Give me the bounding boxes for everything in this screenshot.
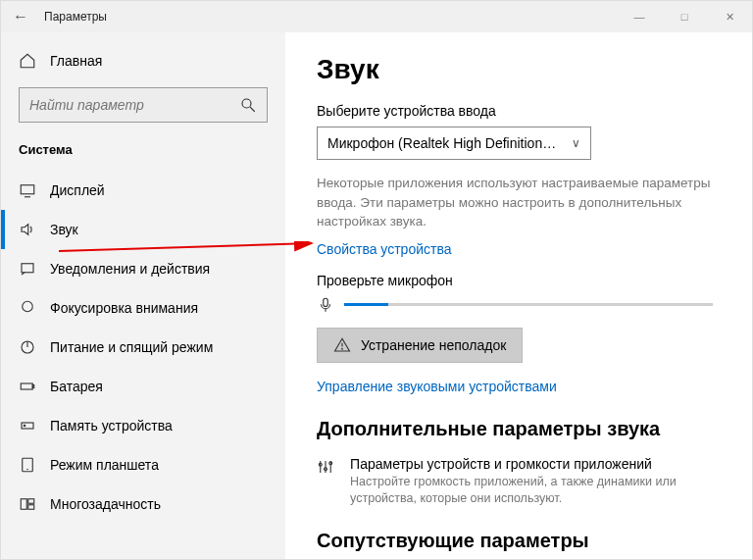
minimize-button[interactable]: — — [617, 1, 662, 32]
test-mic-label: Проверьте микрофон — [317, 273, 713, 288]
svg-point-0 — [242, 99, 251, 108]
input-device-selected: Микрофон (Realtek High Definition… — [327, 135, 556, 151]
chevron-down-icon: ∨ — [572, 136, 580, 150]
sidebar-item-tablet-mode[interactable]: Режим планшета — [1, 445, 285, 484]
battery-icon — [19, 378, 36, 395]
advanced-heading: Дополнительные параметры звука — [317, 418, 713, 440]
app-volume-desc: Настройте громкость приложений, а также … — [350, 474, 713, 507]
notifications-icon — [19, 260, 36, 278]
svg-rect-2 — [21, 185, 34, 194]
titlebar: ← Параметры — □ ✕ — [1, 1, 752, 32]
device-properties-link[interactable]: Свойства устройства — [317, 241, 713, 257]
app-volume-title: Параметры устройств и громкости приложен… — [350, 456, 713, 472]
back-button[interactable]: ← — [1, 8, 40, 25]
sidebar-item-focus-assist[interactable]: Фокусировка внимания — [1, 288, 285, 328]
sound-icon — [19, 221, 36, 238]
sidebar-item-sound[interactable]: Звук — [1, 210, 285, 249]
sidebar-item-display[interactable]: Дисплей — [1, 171, 285, 210]
related-heading: Сопутствующие параметры — [317, 530, 713, 552]
sidebar-item-label: Батарея — [50, 379, 103, 394]
window-title: Параметры — [40, 10, 617, 24]
sidebar-item-storage[interactable]: Память устройства — [1, 406, 285, 445]
sidebar-item-label: Уведомления и действия — [50, 261, 210, 277]
search-input[interactable] — [29, 97, 239, 113]
troubleshoot-button[interactable]: Устранение неполадок — [317, 328, 523, 363]
svg-rect-7 — [21, 383, 32, 389]
sidebar: Главная Система Дисплей Звук Уведомления… — [1, 32, 285, 559]
search-box[interactable] — [19, 87, 268, 123]
svg-point-19 — [342, 348, 343, 349]
sidebar-item-label: Питание и спящий режим — [50, 339, 213, 355]
input-help-text: Некоторые приложения используют настраив… — [317, 174, 713, 231]
sidebar-item-notifications[interactable]: Уведомления и действия — [1, 249, 285, 288]
svg-rect-14 — [28, 499, 34, 504]
sidebar-item-label: Дисплей — [50, 182, 105, 198]
input-device-label: Выберите устройства ввода — [317, 103, 713, 119]
sidebar-home-label: Главная — [50, 53, 102, 69]
sidebar-item-label: Режим планшета — [50, 457, 159, 473]
content: Звук Выберите устройства ввода Микрофон … — [285, 32, 752, 559]
sidebar-item-label: Звук — [50, 222, 78, 237]
sidebar-group-title: Система — [1, 138, 285, 171]
svg-rect-15 — [28, 505, 34, 510]
sidebar-item-label: Фокусировка внимания — [50, 300, 198, 316]
sidebar-item-label: Многозадачность — [50, 496, 161, 512]
sliders-icon — [317, 458, 334, 476]
svg-rect-13 — [21, 499, 26, 510]
display-icon — [19, 181, 36, 199]
input-device-select[interactable]: Микрофон (Realtek High Definition… ∨ — [317, 127, 591, 160]
storage-icon — [19, 417, 36, 434]
focus-assist-icon — [19, 299, 36, 317]
svg-point-10 — [24, 425, 25, 427]
close-button[interactable]: ✕ — [707, 1, 752, 32]
page-title: Звук — [317, 54, 713, 85]
warning-icon — [333, 336, 351, 354]
svg-rect-8 — [32, 385, 34, 388]
sidebar-item-label: Память устройства — [50, 418, 173, 433]
troubleshoot-label: Устранение неполадок — [361, 337, 506, 353]
maximize-button[interactable]: □ — [662, 1, 707, 32]
multitasking-icon — [19, 495, 36, 513]
app-volume-row[interactable]: Параметры устройств и громкости приложен… — [317, 456, 713, 507]
microphone-icon — [317, 296, 334, 314]
sidebar-home[interactable]: Главная — [1, 44, 285, 77]
home-icon — [19, 52, 36, 70]
manage-sound-devices-link[interactable]: Управление звуковыми устройствами — [317, 379, 713, 394]
svg-line-1 — [250, 107, 255, 112]
tablet-icon — [19, 456, 36, 474]
sidebar-item-multitasking[interactable]: Многозадачность — [1, 484, 285, 524]
svg-rect-4 — [22, 264, 33, 273]
svg-rect-16 — [324, 298, 328, 306]
sidebar-item-power[interactable]: Питание и спящий режим — [1, 328, 285, 367]
power-icon — [19, 338, 36, 356]
sidebar-item-battery[interactable]: Батарея — [1, 367, 285, 406]
mic-level-bar — [344, 303, 713, 306]
search-icon — [239, 96, 257, 114]
